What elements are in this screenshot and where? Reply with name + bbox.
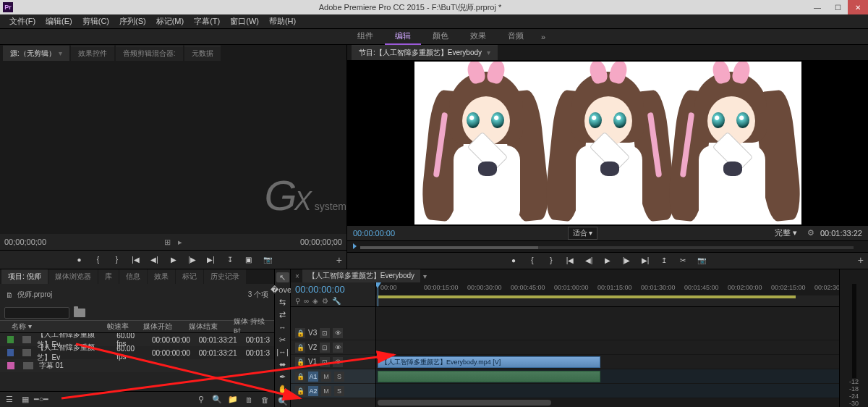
track-a2[interactable] bbox=[376, 384, 839, 398]
tab-history[interactable]: 历史记录 bbox=[204, 269, 246, 284]
close-seq-icon[interactable]: × bbox=[295, 272, 299, 280]
menu-sequence[interactable]: 序列(S) bbox=[114, 16, 151, 27]
prog-mark-in-button[interactable]: { bbox=[527, 255, 538, 267]
menu-marker[interactable]: 标记(M) bbox=[151, 16, 190, 27]
source-tc-right[interactable]: 00;00;00;00 bbox=[300, 238, 342, 246]
track-area[interactable]: 【人工智障多重颜艺】Everybody.mp4 [V] bbox=[376, 307, 839, 407]
source-tc-left[interactable]: 00;00;00;00 bbox=[4, 238, 46, 246]
prog-step-back-button[interactable]: ◀| bbox=[583, 255, 595, 267]
tab-program-menu[interactable]: ▾ bbox=[487, 49, 490, 56]
snap-icon[interactable]: ⚲ bbox=[295, 297, 300, 305]
mark-in-button[interactable]: { bbox=[93, 254, 104, 266]
program-zoom-dropdown[interactable]: 适合 ▾ bbox=[568, 227, 598, 240]
prog-export-frame-button[interactable]: 📷 bbox=[696, 255, 707, 267]
tab-source[interactable]: 源:（无剪辑）▾ bbox=[3, 46, 69, 61]
app-icon: Pr bbox=[3, 2, 13, 12]
project-file-name: 倪师.prproj bbox=[17, 290, 52, 300]
program-tc-left[interactable]: 00:00:00:00 bbox=[353, 229, 395, 238]
timeline-sequence-tab[interactable]: 【人工智障多重颜艺】Everybody bbox=[302, 269, 420, 282]
source-fit-icon[interactable]: ⊞ bbox=[164, 238, 171, 247]
workspace-audio[interactable]: 音频 bbox=[498, 28, 534, 45]
settings-icon[interactable]: ⚙ bbox=[807, 228, 814, 238]
track-select-tool[interactable]: �over bbox=[276, 285, 289, 295]
timeline-ruler[interactable]: 00:00 00:00:15:00 00:00:30:00 00:00:45:0… bbox=[376, 282, 839, 306]
seq-menu-icon[interactable]: ▾ bbox=[423, 272, 427, 280]
tab-libraries[interactable]: 库 bbox=[98, 269, 119, 284]
tab-effect-controls[interactable]: 效果控件 bbox=[71, 46, 114, 61]
window-minimize-button[interactable]: — bbox=[807, 0, 827, 14]
timeline-timecode[interactable]: 00:00:00:00 bbox=[295, 284, 371, 295]
list-view-button[interactable]: ☰ bbox=[4, 395, 14, 405]
tl-settings-icon[interactable]: ⚙ bbox=[322, 297, 328, 305]
prog-lift-button[interactable]: ↥ bbox=[658, 255, 670, 267]
menu-file[interactable]: 文件(F) bbox=[4, 16, 41, 27]
tab-program[interactable]: 节目:【人工智障多重颜艺】Everybody ▾ bbox=[352, 45, 498, 60]
window-close-button[interactable]: ✕ bbox=[848, 0, 868, 14]
svg-line-0 bbox=[61, 355, 394, 398]
step-fwd-button[interactable]: |▶ bbox=[187, 254, 198, 266]
meter-tick: -24 bbox=[849, 393, 859, 400]
prog-button-editor-plus[interactable]: + bbox=[858, 254, 864, 266]
insert-button[interactable]: ↧ bbox=[224, 254, 236, 266]
tab-markers[interactable]: 标记 bbox=[176, 269, 203, 284]
source-viewer[interactable]: GXsystem bbox=[0, 61, 346, 234]
source-settings-icon[interactable]: ▸ bbox=[178, 238, 182, 247]
workspace-assembly[interactable]: 组件 bbox=[347, 28, 383, 45]
tab-info[interactable]: 信息 bbox=[119, 269, 147, 284]
menu-clip[interactable]: 剪辑(C) bbox=[77, 16, 114, 27]
go-out-button[interactable]: ▶| bbox=[205, 254, 217, 266]
play-button[interactable]: ▶ bbox=[168, 254, 179, 266]
ripple-tool[interactable]: ⇆ bbox=[276, 297, 289, 307]
tab-project[interactable]: 项目: 倪师 bbox=[1, 269, 48, 284]
prog-extract-button[interactable]: ✂ bbox=[677, 255, 689, 267]
workspace-editing[interactable]: 编辑 bbox=[385, 28, 421, 45]
prog-mark-out-button[interactable]: } bbox=[545, 255, 557, 267]
selection-tool[interactable]: ↖ bbox=[276, 272, 289, 282]
menu-edit[interactable]: 编辑(E) bbox=[41, 16, 77, 27]
workspace-overflow[interactable]: » bbox=[535, 33, 551, 41]
mark-out-button[interactable]: } bbox=[111, 254, 123, 266]
program-tc-right[interactable]: 00:01:33:22 bbox=[820, 229, 862, 238]
tab-effects[interactable]: 效果 bbox=[148, 269, 175, 284]
window-maximize-button[interactable]: ☐ bbox=[827, 0, 848, 14]
tab-media-browser[interactable]: 媒体浏览器 bbox=[48, 269, 98, 284]
track-v1[interactable]: 【人工智障多重颜艺】Everybody.mp4 [V] bbox=[376, 355, 839, 369]
timeline-playhead[interactable] bbox=[378, 282, 378, 306]
label-chip bbox=[7, 349, 14, 356]
prog-go-out-button[interactable]: ▶| bbox=[639, 255, 651, 267]
wrench-icon[interactable]: 🔧 bbox=[332, 297, 341, 305]
marker-icon[interactable]: ◈ bbox=[312, 297, 318, 305]
tab-source-menu[interactable]: ▾ bbox=[59, 49, 62, 57]
prog-add-marker-button[interactable]: ● bbox=[508, 255, 519, 267]
add-marker-button[interactable]: ● bbox=[74, 254, 85, 266]
tab-audio-mixer[interactable]: 音频剪辑混合器: bbox=[116, 46, 183, 61]
button-editor-plus[interactable]: + bbox=[336, 254, 342, 266]
workspace-color[interactable]: 颜色 bbox=[422, 28, 459, 45]
prog-step-fwd-button[interactable]: |▶ bbox=[621, 255, 632, 267]
track-v3[interactable] bbox=[376, 326, 839, 340]
prog-play-button[interactable]: ▶ bbox=[602, 255, 613, 267]
ruler-tick: 00:00:30:00 bbox=[467, 284, 502, 291]
label-chip bbox=[7, 362, 14, 369]
go-in-button[interactable]: |◀ bbox=[130, 254, 142, 266]
program-resolution-dropdown[interactable]: 完整 ▾ bbox=[770, 227, 801, 239]
export-frame-button[interactable]: 📷 bbox=[262, 254, 273, 266]
ruler-tick: 00:00:45:00 bbox=[511, 284, 545, 291]
workspace-effects[interactable]: 效果 bbox=[460, 28, 496, 45]
ruler-tick: 00:02:00:00 bbox=[728, 284, 762, 291]
step-back-button[interactable]: ◀| bbox=[149, 254, 161, 266]
tab-metadata[interactable]: 元数据 bbox=[184, 46, 221, 61]
menu-help[interactable]: 帮助(H) bbox=[264, 16, 301, 27]
menu-title[interactable]: 字幕(T) bbox=[189, 16, 225, 27]
linked-sel-icon[interactable]: ∞ bbox=[304, 297, 309, 305]
overwrite-button[interactable]: ▣ bbox=[243, 254, 255, 266]
prog-go-in-button[interactable]: |◀ bbox=[564, 255, 576, 267]
program-viewer[interactable] bbox=[347, 60, 868, 226]
menu-window[interactable]: 窗口(W) bbox=[225, 16, 264, 27]
work-area-bar[interactable] bbox=[378, 295, 796, 298]
track-v2[interactable] bbox=[376, 340, 839, 355]
icon-view-button[interactable]: ▦ bbox=[20, 395, 30, 405]
timeline-h-scrollbar[interactable] bbox=[376, 398, 839, 407]
program-scrubber[interactable] bbox=[347, 240, 868, 252]
track-a1[interactable] bbox=[376, 369, 839, 384]
